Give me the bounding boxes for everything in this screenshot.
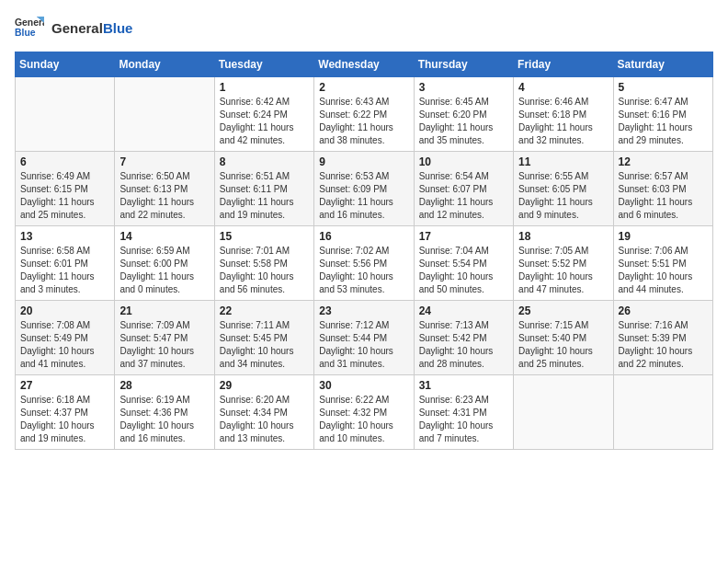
calendar-cell: 2Sunrise: 6:43 AMSunset: 6:22 PMDaylight…	[314, 77, 414, 152]
weekday-header: Saturday	[613, 52, 712, 77]
calendar-cell: 22Sunrise: 7:11 AMSunset: 5:45 PMDayligh…	[214, 301, 313, 375]
calendar-cell: 12Sunrise: 6:57 AMSunset: 6:03 PMDayligh…	[613, 152, 712, 226]
calendar-cell: 6Sunrise: 6:49 AMSunset: 6:15 PMDaylight…	[16, 152, 115, 226]
calendar-week-row: 13Sunrise: 6:58 AMSunset: 6:01 PMDayligh…	[16, 226, 713, 301]
day-number: 7	[119, 155, 209, 168]
day-info: Sunrise: 6:58 AMSunset: 6:01 PMDaylight:…	[20, 245, 109, 296]
day-number: 30	[319, 379, 408, 392]
day-info: Sunrise: 6:22 AMSunset: 4:32 PMDaylight:…	[319, 394, 408, 445]
day-number: 22	[220, 304, 309, 317]
day-number: 9	[319, 155, 408, 168]
day-info: Sunrise: 7:13 AMSunset: 5:42 PMDaylight:…	[419, 319, 508, 371]
calendar-cell: 13Sunrise: 6:58 AMSunset: 6:01 PMDayligh…	[16, 226, 115, 301]
calendar-cell: 9Sunrise: 6:53 AMSunset: 6:09 PMDaylight…	[314, 152, 414, 226]
day-number: 15	[220, 230, 309, 243]
day-number: 23	[319, 304, 408, 317]
calendar-cell	[613, 375, 712, 450]
day-info: Sunrise: 6:51 AMSunset: 6:11 PMDaylight:…	[220, 170, 309, 222]
calendar-cell: 20Sunrise: 7:08 AMSunset: 5:49 PMDayligh…	[16, 301, 115, 375]
calendar-cell: 19Sunrise: 7:06 AMSunset: 5:51 PMDayligh…	[613, 226, 712, 301]
day-info: Sunrise: 6:19 AMSunset: 4:36 PMDaylight:…	[119, 394, 209, 445]
day-number: 19	[619, 230, 708, 243]
day-info: Sunrise: 6:49 AMSunset: 6:15 PMDaylight:…	[20, 170, 109, 222]
day-number: 8	[220, 155, 309, 168]
calendar-cell: 10Sunrise: 6:54 AMSunset: 6:07 PMDayligh…	[414, 152, 513, 226]
day-info: Sunrise: 7:02 AMSunset: 5:56 PMDaylight:…	[319, 245, 408, 296]
day-number: 16	[319, 230, 408, 243]
day-number: 1	[220, 81, 309, 94]
weekday-header: Monday	[115, 52, 214, 77]
calendar-cell: 8Sunrise: 6:51 AMSunset: 6:11 PMDaylight…	[214, 152, 313, 226]
day-number: 6	[20, 155, 109, 168]
day-number: 12	[619, 155, 708, 168]
day-info: Sunrise: 7:09 AMSunset: 5:47 PMDaylight:…	[119, 319, 209, 371]
calendar-cell: 30Sunrise: 6:22 AMSunset: 4:32 PMDayligh…	[314, 375, 414, 450]
calendar-cell: 21Sunrise: 7:09 AMSunset: 5:47 PMDayligh…	[115, 301, 214, 375]
calendar-cell: 25Sunrise: 7:15 AMSunset: 5:40 PMDayligh…	[514, 301, 613, 375]
calendar-cell: 4Sunrise: 6:46 AMSunset: 6:18 PMDaylight…	[514, 77, 613, 152]
page-header: General Blue GeneralBlue	[15, 15, 713, 40]
weekday-header: Wednesday	[314, 52, 414, 77]
calendar-cell: 1Sunrise: 6:42 AMSunset: 6:24 PMDaylight…	[214, 77, 313, 152]
day-number: 18	[518, 230, 608, 243]
calendar-week-row: 1Sunrise: 6:42 AMSunset: 6:24 PMDaylight…	[16, 77, 713, 152]
day-number: 3	[419, 81, 508, 94]
day-number: 2	[319, 81, 408, 94]
weekday-header: Thursday	[414, 52, 513, 77]
day-info: Sunrise: 6:23 AMSunset: 4:31 PMDaylight:…	[419, 394, 508, 445]
calendar-cell: 5Sunrise: 6:47 AMSunset: 6:16 PMDaylight…	[613, 77, 712, 152]
day-info: Sunrise: 6:46 AMSunset: 6:18 PMDaylight:…	[518, 96, 608, 147]
calendar-week-row: 6Sunrise: 6:49 AMSunset: 6:15 PMDaylight…	[16, 152, 713, 226]
day-number: 29	[220, 379, 309, 392]
day-info: Sunrise: 7:11 AMSunset: 5:45 PMDaylight:…	[220, 319, 309, 371]
calendar-cell: 16Sunrise: 7:02 AMSunset: 5:56 PMDayligh…	[314, 226, 414, 301]
day-number: 14	[119, 230, 209, 243]
day-number: 5	[619, 81, 708, 94]
day-info: Sunrise: 6:53 AMSunset: 6:09 PMDaylight:…	[319, 170, 408, 222]
day-number: 31	[419, 379, 508, 392]
day-info: Sunrise: 7:06 AMSunset: 5:51 PMDaylight:…	[619, 245, 708, 296]
day-info: Sunrise: 6:50 AMSunset: 6:13 PMDaylight:…	[119, 170, 209, 222]
calendar-cell: 29Sunrise: 6:20 AMSunset: 4:34 PMDayligh…	[214, 375, 313, 450]
calendar-week-row: 20Sunrise: 7:08 AMSunset: 5:49 PMDayligh…	[16, 301, 713, 375]
calendar-table: SundayMondayTuesdayWednesdayThursdayFrid…	[15, 52, 713, 450]
day-info: Sunrise: 7:01 AMSunset: 5:58 PMDaylight:…	[220, 245, 309, 296]
weekday-header: Sunday	[16, 52, 115, 77]
day-info: Sunrise: 6:54 AMSunset: 6:07 PMDaylight:…	[419, 170, 508, 222]
day-info: Sunrise: 6:57 AMSunset: 6:03 PMDaylight:…	[619, 170, 708, 222]
day-info: Sunrise: 6:18 AMSunset: 4:37 PMDaylight:…	[20, 394, 109, 445]
day-info: Sunrise: 7:15 AMSunset: 5:40 PMDaylight:…	[518, 319, 608, 371]
day-number: 17	[419, 230, 508, 243]
weekday-header: Friday	[514, 52, 613, 77]
calendar-cell: 26Sunrise: 7:16 AMSunset: 5:39 PMDayligh…	[613, 301, 712, 375]
day-info: Sunrise: 7:04 AMSunset: 5:54 PMDaylight:…	[419, 245, 508, 296]
day-number: 11	[518, 155, 608, 168]
calendar-cell: 15Sunrise: 7:01 AMSunset: 5:58 PMDayligh…	[214, 226, 313, 301]
calendar-cell	[16, 77, 115, 152]
svg-text:Blue: Blue	[15, 28, 36, 38]
day-info: Sunrise: 7:12 AMSunset: 5:44 PMDaylight:…	[319, 319, 408, 371]
day-info: Sunrise: 6:45 AMSunset: 6:20 PMDaylight:…	[419, 96, 508, 147]
day-number: 26	[619, 304, 708, 317]
calendar-cell	[514, 375, 613, 450]
calendar-cell	[115, 77, 214, 152]
calendar-cell: 17Sunrise: 7:04 AMSunset: 5:54 PMDayligh…	[414, 226, 513, 301]
day-info: Sunrise: 7:16 AMSunset: 5:39 PMDaylight:…	[619, 319, 708, 371]
day-info: Sunrise: 6:43 AMSunset: 6:22 PMDaylight:…	[319, 96, 408, 147]
day-info: Sunrise: 7:05 AMSunset: 5:52 PMDaylight:…	[518, 245, 608, 296]
calendar-cell: 27Sunrise: 6:18 AMSunset: 4:37 PMDayligh…	[16, 375, 115, 450]
day-number: 4	[518, 81, 608, 94]
calendar-header-row: SundayMondayTuesdayWednesdayThursdayFrid…	[16, 52, 713, 77]
day-number: 27	[20, 379, 109, 392]
day-number: 25	[518, 304, 608, 317]
logo-icon: General Blue	[15, 15, 44, 40]
calendar-cell: 3Sunrise: 6:45 AMSunset: 6:20 PMDaylight…	[414, 77, 513, 152]
calendar-cell: 14Sunrise: 6:59 AMSunset: 6:00 PMDayligh…	[115, 226, 214, 301]
day-number: 20	[20, 304, 109, 317]
day-info: Sunrise: 6:20 AMSunset: 4:34 PMDaylight:…	[220, 394, 309, 445]
day-info: Sunrise: 6:59 AMSunset: 6:00 PMDaylight:…	[119, 245, 209, 296]
day-number: 21	[119, 304, 209, 317]
weekday-header: Tuesday	[214, 52, 313, 77]
day-number: 13	[20, 230, 109, 243]
calendar-cell: 23Sunrise: 7:12 AMSunset: 5:44 PMDayligh…	[314, 301, 414, 375]
